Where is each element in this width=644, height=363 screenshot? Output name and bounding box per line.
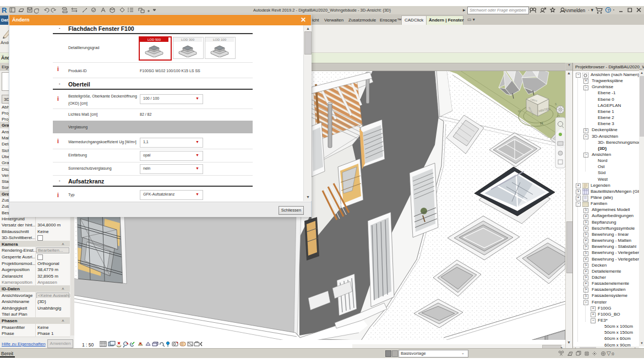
- svg-text:W: W: [518, 110, 521, 113]
- svg-text:?: ?: [607, 8, 610, 13]
